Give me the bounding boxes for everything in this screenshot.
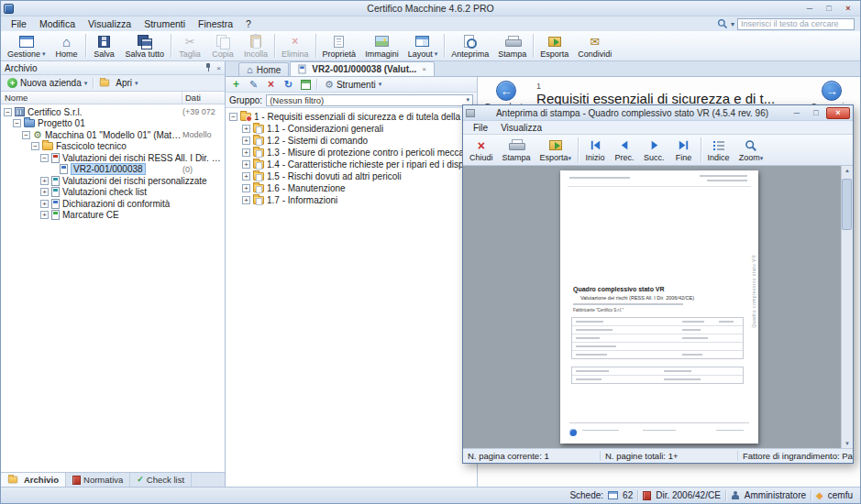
menu-visualizza[interactable]: Visualizza: [494, 122, 548, 134]
expand-icon[interactable]: +: [242, 196, 250, 204]
menu-visualizza[interactable]: Visualizza: [82, 17, 138, 30]
expand-icon[interactable]: +: [242, 148, 250, 157]
condividi-button[interactable]: ✉ Condividi: [573, 31, 616, 60]
collapse-icon[interactable]: −: [13, 119, 21, 127]
zoom-button[interactable]: Zoom▾: [734, 135, 768, 165]
add-icon[interactable]: +: [229, 78, 243, 91]
expand-icon[interactable]: +: [242, 160, 250, 169]
tree-item-project[interactable]: − Progetto 01: [1, 118, 225, 130]
gruppo-select[interactable]: (Nessun filtro) ▾: [266, 94, 473, 106]
collapse-icon[interactable]: −: [4, 108, 12, 116]
tree-item-company[interactable]: − Certifico S.r.l. (+39 072: [1, 106, 225, 118]
succ-button[interactable]: Succ.: [639, 135, 669, 165]
home-button[interactable]: ⌂ Home: [50, 31, 83, 60]
gestione-button[interactable]: Gestione▾: [3, 31, 50, 60]
panel-close-icon[interactable]: ×: [216, 64, 221, 72]
tree-item-valutazioni-personalizzate[interactable]: + Valutazioni dei rischi personalizzate: [1, 175, 225, 187]
minimize-icon[interactable]: ─: [800, 3, 819, 15]
tree-item-fascicolo[interactable]: − Fascicolo tecnico: [1, 141, 225, 153]
search-icon[interactable]: [717, 18, 728, 29]
expand-icon[interactable]: +: [40, 188, 49, 196]
collapse-icon[interactable]: −: [229, 113, 237, 121]
layout-button[interactable]: Layout▾: [403, 31, 443, 60]
esporta-button[interactable]: Esporta: [535, 31, 573, 60]
column-header-dati[interactable]: Dati: [182, 93, 225, 103]
expand-icon[interactable]: +: [242, 184, 250, 192]
nuova-azienda-button[interactable]: + Nuova azienda ▾: [4, 77, 91, 89]
search-input[interactable]: [737, 18, 855, 30]
menu-file[interactable]: File: [467, 122, 494, 134]
menu-file[interactable]: File: [5, 17, 33, 30]
tab-normativa[interactable]: Normativa: [66, 473, 130, 487]
tree-item-dichiarazioni[interactable]: + Dichiarazioni di conformità: [1, 198, 225, 210]
pin-icon[interactable]: [204, 63, 212, 72]
esporta-button[interactable]: Esporta▾: [535, 135, 577, 165]
search-options-caret-icon[interactable]: ▾: [731, 20, 734, 28]
directive-label[interactable]: Dir. 2006/42/CE: [656, 490, 721, 500]
stampa-button[interactable]: Stampa: [493, 31, 531, 60]
collapse-icon[interactable]: −: [40, 154, 49, 162]
expand-icon[interactable]: +: [242, 137, 250, 145]
salva-button[interactable]: Salva: [88, 31, 121, 60]
collapse-icon[interactable]: −: [31, 142, 39, 150]
close-icon[interactable]: ×: [826, 107, 850, 119]
taglia-button[interactable]: ✂ Taglia: [173, 31, 206, 60]
salva-tutto-button[interactable]: Salva tutto: [121, 31, 170, 60]
menu-strumenti[interactable]: Strumenti: [138, 17, 192, 30]
close-icon[interactable]: ×: [839, 3, 857, 15]
expand-icon[interactable]: +: [40, 177, 49, 185]
expand-icon[interactable]: +: [242, 172, 250, 181]
maximize-icon[interactable]: □: [820, 3, 838, 15]
tab-vr2-document[interactable]: VR2-001/000038 (Valut... ×: [290, 61, 435, 76]
column-header-nome[interactable]: Nome: [1, 92, 182, 104]
tree-item-1-6[interactable]: + 1.6 - Manutenzione: [226, 182, 477, 194]
delete-icon[interactable]: ×: [264, 78, 278, 91]
close-tab-icon[interactable]: ×: [422, 65, 426, 73]
user-label[interactable]: Amministratore: [745, 490, 806, 500]
prec-button[interactable]: Prec.: [610, 135, 639, 165]
strumenti-button[interactable]: ⚙ Strumenti ▾: [321, 79, 385, 91]
menu-modifica[interactable]: Modifica: [33, 17, 82, 30]
scrollbar-thumb[interactable]: [842, 179, 852, 230]
tree-item-1-3[interactable]: + 1.3 - Misure di protezione contro i pe…: [226, 147, 477, 159]
expand-icon[interactable]: +: [40, 211, 49, 219]
collapse-icon[interactable]: −: [22, 131, 30, 139]
refresh-icon[interactable]: ↻: [281, 78, 295, 91]
tree-item-valutazioni-ress[interactable]: − Valutazioni dei rischi RESS All. I Dir…: [1, 152, 225, 164]
immagini-button[interactable]: Immagini: [360, 31, 403, 60]
tree-item-1-2[interactable]: + 1.2 - Sistemi di comando: [226, 135, 477, 147]
profile-label[interactable]: cemfu: [828, 490, 853, 500]
tree-item-ress-root[interactable]: − 1 - Requisiti essenziali di sicurezza …: [226, 111, 477, 123]
tree-item-1-1[interactable]: + 1.1 - Considerazioni generali: [226, 123, 477, 135]
indice-button[interactable]: Indice: [703, 135, 734, 165]
tab-check-list[interactable]: ✓ Check list: [130, 473, 192, 487]
menu-finestra[interactable]: Finestra: [192, 17, 239, 30]
scroll-down-icon[interactable]: ▼: [844, 441, 850, 446]
tree-item-1-7[interactable]: + 1.7 - Informazioni: [226, 194, 477, 206]
fine-button[interactable]: Fine: [669, 135, 699, 165]
elimina-button[interactable]: × Elimina: [277, 31, 314, 60]
menu-help[interactable]: ?: [239, 17, 258, 30]
maximize-icon[interactable]: □: [807, 107, 825, 119]
tab-home[interactable]: ⌂ Home: [238, 62, 289, 76]
copia-button[interactable]: Copia: [206, 31, 239, 60]
tab-archivio[interactable]: Archivio: [1, 473, 66, 487]
tree-item-1-5[interactable]: + 1.5 - Rischi dovuti ad altri pericoli: [226, 170, 477, 182]
tree-item-machine[interactable]: − ⚙ Macchina 01 "Modello 01" (Matricola …: [1, 129, 225, 141]
tree-item-marcature-ce[interactable]: + Marcature CE: [1, 210, 225, 222]
inizio-button[interactable]: Inizio: [580, 135, 610, 165]
apri-button[interactable]: Apri ▾: [95, 77, 141, 89]
grid-export-icon[interactable]: [299, 78, 313, 91]
tree-item-1-4[interactable]: + 1.4 - Caratteristiche richieste per i …: [226, 159, 477, 170]
chiudi-button[interactable]: × Chiudi: [465, 135, 498, 165]
minimize-icon[interactable]: ─: [788, 107, 806, 119]
edit-icon[interactable]: ✎: [247, 78, 260, 91]
scroll-up-icon[interactable]: ▲: [844, 168, 850, 173]
stampa-button[interactable]: Stampa: [498, 135, 535, 165]
tree-item-valutazioni-checklist[interactable]: + Valutazioni check list: [1, 187, 225, 199]
incolla-button[interactable]: Incolla: [239, 31, 272, 60]
expand-icon[interactable]: +: [40, 200, 49, 208]
tree-item-vr2-selected[interactable]: VR2-001/000038 (0): [1, 164, 225, 176]
proprieta-button[interactable]: Proprietà: [318, 31, 361, 60]
expand-icon[interactable]: +: [242, 125, 250, 133]
